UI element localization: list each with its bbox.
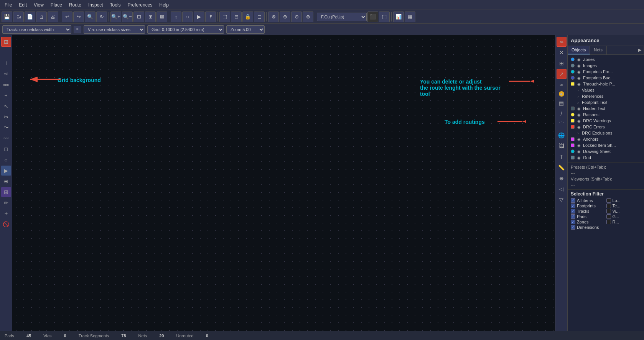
sf-te-check[interactable] [606,204,611,208]
drce-vis[interactable]: ◉ [576,125,581,129]
zoom-area-button[interactable]: ⊞ [145,11,156,22]
layer-selector[interactable]: F.Cu (PgUp) [317,13,367,21]
layer-footprints-front[interactable]: ◉ Footprints Fro... [568,69,644,75]
layer-grid[interactable]: ◉ Grid [568,154,644,161]
menu-place[interactable]: Place [48,2,65,8]
menu-inspect[interactable]: Inspect [85,2,106,8]
sf-zones[interactable]: ✓ Zones [571,220,606,224]
ratsnest-button[interactable]: ⊕ [280,11,290,22]
grid-rt-btn[interactable]: ⊞ [557,58,567,68]
sf-lo-check[interactable] [606,198,611,203]
sf-all-items[interactable]: ✓ All items [571,198,606,203]
layer-locked-item[interactable]: ◉ Locked Item Sh... [568,142,644,148]
fp-front-vis[interactable]: ◉ [576,69,581,74]
redo-button[interactable]: ↪ [73,11,84,22]
sf-pads[interactable]: ✓ Pads [571,214,606,219]
ban-btn[interactable]: 🚫 [1,219,11,229]
menu-edit[interactable]: Edit [16,2,30,8]
net-rt-btn[interactable]: 🌐 [557,130,567,140]
track-width-selector[interactable]: Track: use netclass width [2,25,71,34]
refresh-button[interactable]: ↻ [96,11,107,22]
layer-ratsnest[interactable]: ◉ Ratsnest [568,112,644,118]
crosshair-btn[interactable]: ⊥ [1,58,11,68]
zoom-out-button[interactable]: 🔍− [122,11,133,22]
plus2-btn[interactable]: ＋ [1,209,11,218]
li-vis[interactable]: ◉ [576,143,581,148]
layer-drc-warnings[interactable]: ◉ DRC Warnings [568,118,644,124]
cursor-btn[interactable]: ↖ [1,101,11,111]
find-button[interactable]: 🔍 [85,11,96,22]
add-btn[interactable]: + [1,90,11,100]
sf-di-check[interactable]: ✓ [571,225,575,230]
sf-fp-check[interactable]: ✓ [571,204,575,208]
line-btn[interactable]: — [1,48,11,57]
sf-footprints[interactable]: ✓ Footprints [571,204,606,208]
text-btn[interactable]: T [557,152,567,162]
print2-button[interactable]: 🖨 [48,11,58,22]
route-button[interactable]: ▶ [194,11,204,22]
hatch-btn[interactable]: ▤ [557,98,567,108]
clearance-button[interactable]: ◻ [254,11,265,22]
ht-vis[interactable]: ◉ [576,106,581,111]
sf-zo-check[interactable]: ✓ [571,220,575,224]
ds-vis[interactable]: ◉ [576,149,581,154]
rn-vis[interactable]: ◉ [576,112,581,117]
img-btn[interactable]: 🖼 [557,141,567,151]
sf-dimensions[interactable]: ✓ Dimensions [571,225,606,230]
tab-nets[interactable]: Nets [590,46,607,54]
layer-hidden-text[interactable]: ◉ Hidden Text [568,105,644,112]
mil-btn[interactable]: mil [1,69,11,79]
3d-button[interactable]: ▦ [405,11,415,22]
tab-expand[interactable]: ▶ [636,46,644,54]
flip-h-button[interactable]: ↕ [171,11,181,22]
flip-v-button[interactable]: ↔ [182,11,193,22]
layer-through-hole[interactable]: ◉ Through-hole P... [568,81,644,87]
sf-tracks[interactable]: ✓ Tracks [571,209,606,214]
gerber-button[interactable]: 📊 [393,11,404,22]
wave-rt-btn[interactable]: ≈ [557,80,567,90]
route-rt-btn[interactable]: ↗ [557,69,567,79]
grid-btn[interactable]: ⊞ [1,37,11,47]
save-button[interactable]: 💾 [2,11,12,22]
th-vis[interactable]: ◉ [576,82,581,86]
layer-references[interactable]: ○ References [568,93,644,99]
stack-btn[interactable]: ⊕ [557,173,567,183]
layer-fp-text[interactable]: ○ Footprint Text [568,99,644,105]
prev-btn[interactable]: ◁ [557,184,567,194]
sf-tr-check[interactable]: ✓ [571,209,575,214]
layer-footprints-back[interactable]: ◉ Footprints Bac... [568,75,644,81]
route2-button[interactable]: ↟ [205,11,216,22]
net-button[interactable]: ⊛ [303,11,313,22]
sf-r-check[interactable] [606,220,611,224]
track-width-btn[interactable]: ≡ [74,26,81,33]
drcw-vis[interactable]: ◉ [576,118,581,123]
zoom-in-button[interactable]: 🔍+ [110,11,121,22]
layer-images[interactable]: ◉ Images [568,62,644,69]
fp-text-vis[interactable]: ○ [575,100,580,105]
drc-button[interactable]: ⊗ [268,11,279,22]
menu-view[interactable]: View [31,2,47,8]
select-button[interactable]: ⬚ [219,11,230,22]
menu-preferences[interactable]: Preferences [125,2,156,8]
menu-help[interactable]: Help [156,2,172,8]
grid2-btn[interactable]: ⊞ [1,187,11,197]
sf-pa-check[interactable]: ✓ [571,214,575,219]
wave-btn[interactable]: 〜 [1,123,11,133]
sf-lo[interactable]: Lo... [606,198,641,203]
refs-vis[interactable]: ○ [575,94,580,99]
fp-back-vis[interactable]: ◉ [576,76,581,80]
menu-route[interactable]: Route [66,2,84,8]
zoom-selector[interactable]: Zoom 5.00 [226,25,265,34]
cross-btn[interactable]: ✕ [557,48,567,57]
sf-g-check[interactable] [606,214,611,219]
grid-selector[interactable]: Grid: 0.1000 in (2.5400 mm) [147,25,224,34]
layer-anchors[interactable]: ◉ Anchors [568,136,644,142]
print-button[interactable]: 🖨 [36,11,47,22]
appearance-btn[interactable]: ≫ [557,37,567,47]
line-rt-btn[interactable]: / [557,109,567,119]
anc-vis[interactable]: ◉ [576,137,581,141]
rect-btn[interactable]: □ [1,144,11,154]
play-btn[interactable]: ▶ [1,166,11,176]
sf-g[interactable]: G... [606,214,641,219]
arc-btn[interactable]: ⌒ [557,120,567,130]
